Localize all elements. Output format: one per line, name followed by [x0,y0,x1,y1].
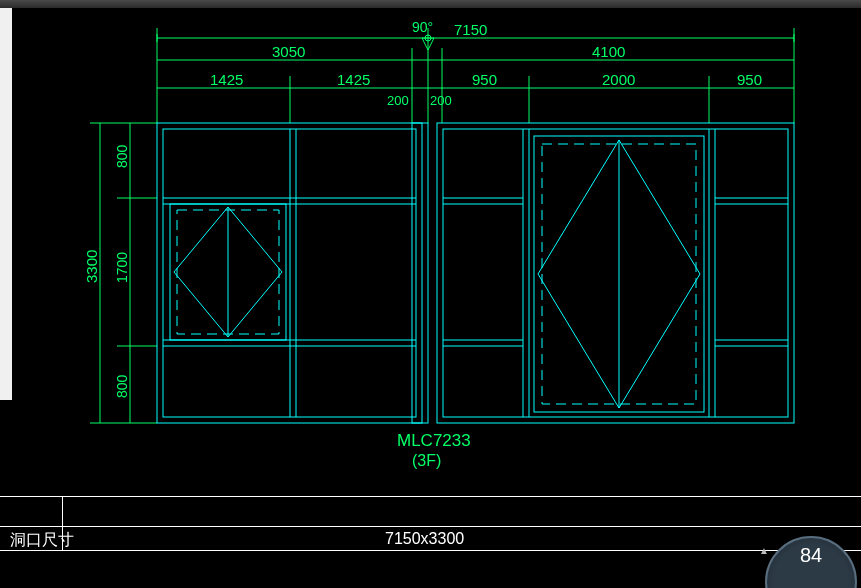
svg-rect-32 [412,123,428,423]
dim-sub-c2: 200 [430,93,452,108]
dim-sub-b: 1425 [337,71,370,88]
dim-v-bot: 800 [114,374,130,398]
dim-sub-c1: 200 [387,93,409,108]
drawing-part-number: MLC7233 [397,431,471,450]
property-size-label: 洞口尺寸 [10,530,74,551]
status-corner: ▲ ○ 84 [761,543,861,588]
performance-gauge[interactable]: 84 [765,536,857,588]
up-arrow-icon: ▲ [759,545,769,556]
dim-top-right: 4100 [592,43,625,60]
dim-top-left: 3050 [272,43,305,60]
cad-drawing-viewport[interactable]: 7150 90° 3050 4100 1425 1425 200 200 950… [12,8,861,400]
gauge-value: 84 [800,544,822,567]
dim-v-total: 3300 [83,250,100,283]
svg-rect-34 [443,129,788,417]
svg-rect-33 [437,123,794,423]
properties-table: MLC7233 洞口尺寸 7150x3300 [0,490,861,588]
dim-v-top: 800 [114,144,130,168]
drawing-floor-label: (3F) [412,452,441,469]
left-panel-edge [0,8,12,400]
dim-sub-e: 2000 [602,71,635,88]
dim-total-width: 7150 [454,21,487,38]
dim-sub-a: 1425 [210,71,243,88]
dim-angle: 90° [412,19,433,35]
dim-v-mid: 1700 [114,252,130,283]
property-size-value: 7150x3300 [385,530,464,548]
dim-sub-d: 950 [472,71,497,88]
dim-sub-f: 950 [737,71,762,88]
window-titlebar [0,0,861,8]
